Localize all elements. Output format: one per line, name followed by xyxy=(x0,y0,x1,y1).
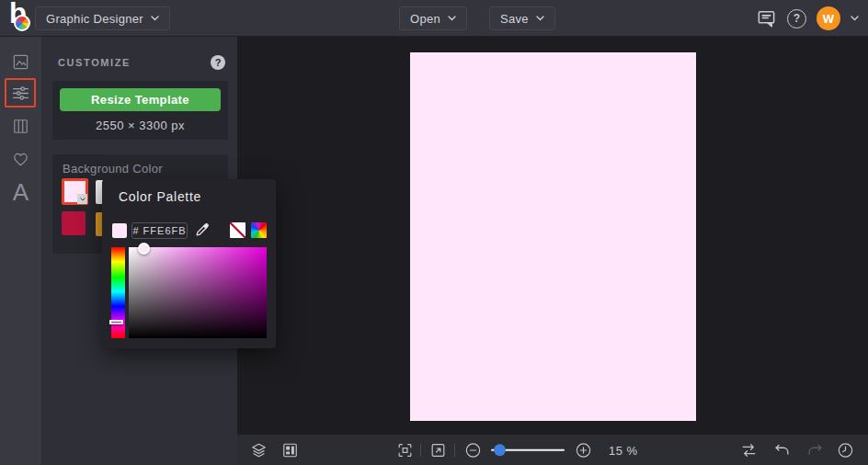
image-icon xyxy=(12,53,29,71)
chevron-down-icon xyxy=(80,198,86,201)
chevron-down-icon xyxy=(151,16,159,21)
toolbar-divider xyxy=(420,444,421,457)
text-tool-icon: A xyxy=(13,180,29,204)
avatar[interactable]: W xyxy=(817,6,840,30)
sidebar-item-photos[interactable] xyxy=(0,53,41,71)
app-menu-label: Graphic Designer xyxy=(46,12,143,26)
saturation-field[interactable] xyxy=(129,247,267,338)
swatch-pink-selected[interactable] xyxy=(62,178,88,205)
history-icon[interactable] xyxy=(837,441,854,459)
panel-header: CUSTOMIZE ? xyxy=(58,55,225,70)
hue-slider[interactable] xyxy=(111,247,125,338)
panel-help-glyph: ? xyxy=(215,57,222,68)
sidebar-item-templates[interactable] xyxy=(0,118,41,135)
sliders-icon xyxy=(11,84,30,103)
panel-title: CUSTOMIZE xyxy=(58,57,131,68)
save-button[interactable]: Save xyxy=(489,6,555,30)
toolbar-divider xyxy=(454,444,455,457)
save-label: Save xyxy=(500,12,529,26)
color-palette-popup: Color Palette # FFE6FB xyxy=(102,179,276,348)
resize-template-button[interactable]: Resize Template xyxy=(60,88,221,111)
sidebar-item-favorites[interactable] xyxy=(0,151,41,167)
account-chevron-down-icon[interactable] xyxy=(851,16,859,21)
fit-to-screen-icon[interactable] xyxy=(396,441,414,459)
layers-icon[interactable] xyxy=(250,441,268,459)
app-menu-button[interactable]: Graphic Designer xyxy=(35,6,170,30)
help-glyph: ? xyxy=(794,12,800,25)
zoom-in-button[interactable] xyxy=(575,441,592,459)
saturation-handle[interactable] xyxy=(138,243,150,255)
panel-help-icon[interactable]: ? xyxy=(211,55,225,70)
feedback-icon[interactable] xyxy=(756,8,777,29)
undo-icon[interactable] xyxy=(773,441,791,459)
top-bar: b Graphic Designer Open Save ? W xyxy=(0,0,868,37)
sidebar-item-customize[interactable] xyxy=(5,78,36,108)
zoom-level: 15 % xyxy=(609,443,638,457)
columns-icon xyxy=(12,118,29,135)
tool-sidebar: A xyxy=(0,37,41,465)
transparent-color-icon[interactable] xyxy=(230,222,246,238)
open-fullview-icon[interactable] xyxy=(429,441,447,459)
help-icon[interactable]: ? xyxy=(787,9,806,28)
zoom-out-button[interactable] xyxy=(464,441,482,459)
heart-icon xyxy=(12,151,29,167)
bottom-toolbar: 15 % xyxy=(237,435,868,465)
open-label: Open xyxy=(410,12,440,26)
background-color-label: Background Color xyxy=(63,162,163,176)
rainbow-picker-icon[interactable] xyxy=(251,222,267,238)
hue-slider-handle[interactable] xyxy=(109,320,123,324)
befunky-logo[interactable]: b xyxy=(8,4,36,33)
avatar-initial: W xyxy=(823,12,834,26)
file-actions: Open Save xyxy=(399,6,555,30)
top-right-controls: ? W xyxy=(756,0,859,37)
swatch-crimson[interactable] xyxy=(62,211,86,235)
chevron-down-icon xyxy=(536,16,544,21)
open-button[interactable]: Open xyxy=(399,6,467,30)
popup-title: Color Palette xyxy=(119,189,201,204)
canvas-area[interactable] xyxy=(237,37,868,465)
eyedropper-icon[interactable] xyxy=(194,221,211,238)
hex-color-input[interactable]: # FFE6FB xyxy=(131,222,188,239)
redo-icon[interactable] xyxy=(806,441,824,459)
template-dimensions: 2550 × 3300 px xyxy=(52,119,228,132)
swatch-dropdown-badge[interactable] xyxy=(77,194,87,204)
resize-card: Resize Template 2550 × 3300 px xyxy=(52,81,228,140)
sidebar-item-text[interactable]: A xyxy=(0,180,41,204)
zoom-slider[interactable] xyxy=(491,448,565,451)
color-wheel-icon xyxy=(14,15,30,31)
design-document[interactable] xyxy=(410,52,696,421)
zoom-slider-handle[interactable] xyxy=(494,444,506,456)
layout-manager-icon[interactable] xyxy=(281,441,299,459)
chevron-down-icon xyxy=(448,16,456,21)
current-color-preview xyxy=(112,223,127,238)
reset-loop-icon[interactable] xyxy=(740,441,758,459)
